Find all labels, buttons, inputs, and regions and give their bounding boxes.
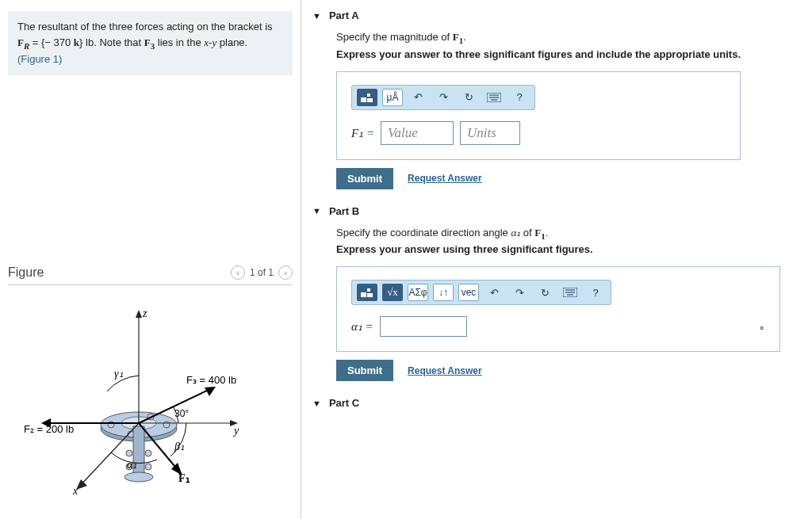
part-b-answer-box: √x ΑΣφ ↓↑ vec ↶ ↷ ↻ ? α₁ = <box>336 266 780 352</box>
part-c-header[interactable]: ▼ Part C <box>312 394 801 412</box>
part-a-answer-box: μÅ ↶ ↷ ↻ ? F₁ = Value Units <box>336 71 741 160</box>
left-pane: The resultant of the three forces acting… <box>0 0 301 519</box>
help-button[interactable]: ? <box>509 89 530 106</box>
part-b-lhs: α₁ = <box>351 319 373 334</box>
svg-rect-27 <box>367 98 373 102</box>
svg-rect-26 <box>367 93 370 97</box>
part-a-value-input[interactable]: Value <box>381 121 454 145</box>
part-b-request-answer-link[interactable]: Request Answer <box>408 365 482 376</box>
beta1-label: β₁ <box>174 441 185 452</box>
figure-header: Figure ‹ 1 of 1 › <box>8 265 293 285</box>
degree-symbol: ∘ <box>759 322 765 334</box>
part-c-title: Part C <box>329 397 359 409</box>
part-a-title: Part A <box>329 10 359 21</box>
problem-intro: The resultant of the three forces acting… <box>8 11 293 75</box>
angle30-label: 30° <box>174 408 189 419</box>
part-b-value-input[interactable] <box>380 316 467 337</box>
reset-icon[interactable]: ↻ <box>458 89 479 106</box>
svg-point-12 <box>145 464 151 470</box>
part-b-toolbar: √x ΑΣφ ↓↑ vec ↶ ↷ ↻ ? <box>351 280 611 305</box>
greek-sigma-button[interactable]: ΑΣφ <box>408 284 428 301</box>
gamma1-label: γ₁ <box>114 368 124 380</box>
part-b-answer-line: α₁ = <box>351 316 765 337</box>
redo-icon[interactable]: ↷ <box>509 284 530 301</box>
caret-down-icon: ▼ <box>312 11 321 21</box>
figure-heading: Figure <box>8 265 44 280</box>
part-b-title: Part B <box>329 205 359 217</box>
svg-rect-33 <box>367 288 370 292</box>
part-b-header[interactable]: ▼ Part B <box>312 202 801 220</box>
figure-prev-button[interactable]: ‹ <box>231 265 245 280</box>
vec-button[interactable]: vec <box>458 284 479 301</box>
part-b: ▼ Part B Specify the coordinate directio… <box>312 202 801 387</box>
reset-icon[interactable]: ↻ <box>534 284 555 301</box>
intro-lies: lies in the <box>155 36 204 48</box>
alpha1-label: α₁ <box>127 459 137 471</box>
part-a-lhs: F₁ = <box>351 126 374 140</box>
svg-rect-34 <box>367 293 373 297</box>
axis-x-label: x <box>72 485 79 496</box>
part-a-answer-line: F₁ = Value Units <box>351 121 726 145</box>
undo-icon[interactable]: ↶ <box>408 89 428 106</box>
part-b-instr: Express your answer using three signific… <box>336 243 801 255</box>
intro-k: k <box>74 36 79 48</box>
intro-F3: F3 <box>144 36 155 48</box>
figure-pager-label: 1 of 1 <box>250 267 274 278</box>
axis-y-label: y <box>232 425 239 437</box>
part-c: ▼ Part C <box>312 394 801 412</box>
sqrt-x-icon[interactable]: √x <box>382 284 403 301</box>
intro-unit: } lb <box>79 36 94 48</box>
part-a-units-input[interactable]: Units <box>460 121 520 145</box>
intro-post1: . Note that <box>94 36 144 48</box>
part-b-submit-button[interactable]: Submit <box>336 360 393 381</box>
F3-label: F₃ = 400 lb <box>186 374 236 386</box>
right-pane: ▼ Part A Specify the magnitude of F1. Ex… <box>301 0 812 519</box>
svg-point-8 <box>124 472 153 482</box>
F2-label: F₂ = 200 lb <box>24 423 74 435</box>
svg-marker-14 <box>136 310 142 318</box>
keyboard-icon[interactable] <box>484 89 504 106</box>
intro-eq: = {− 370 <box>29 36 74 48</box>
figure-next-button[interactable]: › <box>278 265 293 280</box>
intro-FR: FR <box>17 36 29 48</box>
redo-icon[interactable]: ↷ <box>433 89 454 106</box>
intro-text: The resultant of the three forces acting… <box>17 21 273 32</box>
part-a-submit-button[interactable]: Submit <box>336 168 393 189</box>
figure-diagram: z y x γ₁ β₁ α₁ 30° F₁ F₂ = 200 lb F₃ = 4… <box>16 298 285 496</box>
part-a-toolbar: μÅ ↶ ↷ ↻ ? <box>351 85 535 110</box>
keyboard-icon[interactable] <box>560 284 580 301</box>
svg-point-4 <box>163 422 170 428</box>
part-a-instr: Express your answer to three significant… <box>336 48 801 60</box>
part-a: ▼ Part A Specify the magnitude of F1. Ex… <box>312 6 801 194</box>
F1-label: F₁ <box>178 472 190 484</box>
templates-icon[interactable] <box>357 284 377 301</box>
figure-pager: ‹ 1 of 1 › <box>231 265 293 280</box>
caret-down-icon: ▼ <box>312 206 321 216</box>
units-mu-a-button[interactable]: μÅ <box>382 89 403 106</box>
undo-icon[interactable]: ↶ <box>484 284 504 301</box>
axis-z-label: z <box>142 307 147 319</box>
part-a-header[interactable]: ▼ Part A <box>312 6 801 25</box>
svg-rect-25 <box>361 97 366 102</box>
part-a-prompt: Specify the magnitude of F1. <box>336 31 801 45</box>
help-button[interactable]: ? <box>585 284 606 301</box>
intro-xy: x-y <box>204 36 216 48</box>
svg-point-9 <box>126 450 132 456</box>
svg-point-10 <box>145 450 151 456</box>
intro-plane: plane. <box>216 36 247 48</box>
figure-link[interactable]: (Figure 1) <box>17 53 62 65</box>
subsup-icon[interactable]: ↓↑ <box>433 284 454 301</box>
part-b-prompt: Specify the coordinate direction angle α… <box>336 227 801 241</box>
part-a-request-answer-link[interactable]: Request Answer <box>408 173 482 184</box>
svg-rect-32 <box>361 292 366 297</box>
templates-icon[interactable] <box>357 89 377 106</box>
caret-down-icon: ▼ <box>312 399 321 408</box>
